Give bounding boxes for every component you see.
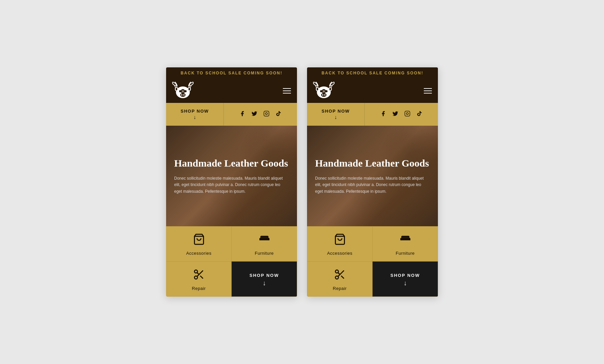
hero-title-right: Handmade Leather Goods [315, 157, 430, 169]
svg-point-38 [335, 276, 338, 279]
category-grid-left: Accessories Furniture [166, 226, 297, 297]
category-shop-now-right[interactable]: SHOP NOW ↓ [372, 261, 438, 297]
svg-point-4 [181, 94, 183, 96]
navbar-right: D [307, 79, 438, 103]
svg-point-17 [194, 276, 197, 279]
shop-now-cat-label-right: SHOP NOW [391, 273, 420, 278]
hero-description-right: Donec sollicitudin molestie malesuada. M… [315, 175, 429, 195]
svg-point-25 [322, 94, 323, 96]
category-repair-right[interactable]: Repair [307, 261, 372, 297]
hero-section-left: Handmade Leather Goods Donec sollicitudi… [166, 126, 297, 226]
sub-nav-right: SHOP NOW ↓ [307, 103, 438, 126]
phone-frame-left: BACK TO SCHOOL SALE COMING SOON! [166, 67, 297, 297]
instagram-icon-left[interactable] [263, 111, 269, 118]
svg-point-16 [194, 270, 197, 273]
social-icons-left [224, 103, 297, 126]
svg-rect-34 [405, 111, 410, 116]
logo-right: D [313, 81, 335, 101]
svg-line-40 [341, 276, 344, 279]
shop-now-button-left[interactable]: SHOP NOW ↓ [166, 103, 224, 126]
twitter-icon-right[interactable] [392, 111, 398, 118]
social-icons-right [365, 103, 438, 126]
hero-description-left: Donec sollicitudin molestie malesuada. M… [174, 175, 288, 195]
facebook-icon-right[interactable] [380, 111, 386, 118]
category-accessories-right[interactable]: Accessories [307, 226, 372, 261]
shop-now-cat-label-left: SHOP NOW [250, 273, 279, 278]
furniture-label-right: Furniture [396, 251, 415, 256]
accessories-label-right: Accessories [327, 251, 353, 256]
svg-point-11 [176, 88, 178, 90]
arrow-down-icon-left: ↓ [263, 279, 266, 287]
category-furniture-left[interactable]: Furniture [232, 226, 297, 261]
category-shop-now-left[interactable]: SHOP NOW ↓ [232, 261, 297, 297]
bag-icon-right [334, 233, 346, 248]
hero-content-right: Handmade Leather Goods Donec sollicitudi… [315, 157, 430, 195]
category-repair-left[interactable]: Repair [166, 261, 232, 297]
tiktok-icon-right[interactable] [416, 111, 422, 118]
hamburger-menu-right[interactable] [424, 88, 432, 94]
svg-point-3 [180, 93, 186, 97]
instagram-icon-right[interactable] [404, 111, 410, 118]
sub-nav-left: SHOP NOW ↓ [166, 103, 297, 126]
phone-frame-right: BACK TO SCHOOL SALE COMING SOON! D [307, 67, 438, 297]
category-accessories-left[interactable]: Accessories [166, 226, 232, 261]
tiktok-icon-left[interactable] [275, 111, 282, 118]
svg-point-37 [335, 270, 338, 273]
logo-left: D [172, 81, 194, 101]
svg-point-12 [189, 88, 190, 90]
repair-label-left: Repair [192, 286, 206, 291]
svg-point-24 [321, 93, 326, 97]
svg-text:D: D [182, 90, 184, 93]
facebook-icon-left[interactable] [239, 111, 245, 118]
announcement-text-right: BACK TO SCHOOL SALE COMING SOON! [321, 71, 423, 75]
hero-content-left: Handmade Leather Goods Donec sollicitudi… [174, 157, 289, 195]
hamburger-menu-left[interactable] [283, 88, 291, 94]
svg-line-41 [338, 272, 340, 275]
sofa-icon-right [399, 233, 411, 248]
navbar-left: D [166, 79, 297, 103]
furniture-label-left: Furniture [255, 251, 274, 256]
shop-now-button-right[interactable]: SHOP NOW ↓ [307, 103, 365, 126]
category-furniture-right[interactable]: Furniture [372, 226, 438, 261]
svg-point-26 [324, 94, 325, 96]
hero-title-left: Handmade Leather Goods [174, 157, 289, 169]
svg-point-33 [330, 88, 331, 90]
scissors-icon-left [193, 268, 205, 283]
svg-rect-13 [264, 111, 269, 116]
svg-text:D: D [323, 90, 324, 93]
svg-point-5 [183, 94, 185, 96]
sofa-icon-left [258, 233, 270, 248]
hero-section-right: Handmade Leather Goods Donec sollicitudi… [307, 126, 438, 226]
svg-point-32 [317, 88, 318, 90]
svg-line-20 [197, 272, 199, 275]
scissors-icon-right [334, 268, 346, 283]
twitter-icon-left[interactable] [251, 111, 257, 118]
svg-line-19 [200, 276, 203, 279]
category-grid-right: Accessories Furniture [307, 226, 438, 297]
announcement-text-left: BACK TO SCHOOL SALE COMING SOON! [181, 71, 283, 75]
announcement-bar-right: BACK TO SCHOOL SALE COMING SOON! [307, 67, 438, 79]
arrow-down-icon-right: ↓ [404, 279, 407, 287]
accessories-label-left: Accessories [186, 251, 212, 256]
repair-label-right: Repair [333, 286, 347, 291]
bag-icon-left [193, 233, 205, 248]
announcement-bar-left: BACK TO SCHOOL SALE COMING SOON! [166, 67, 297, 79]
